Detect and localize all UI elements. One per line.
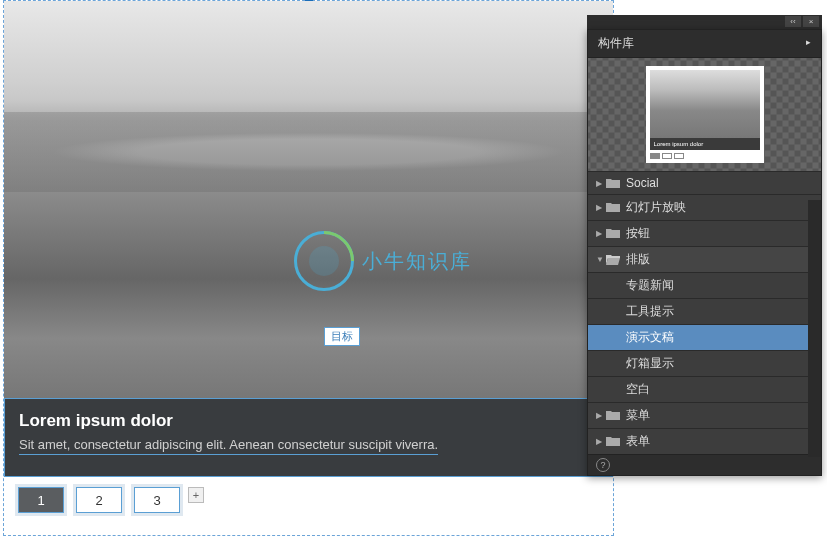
- chevron-right-icon: ▶: [596, 179, 606, 188]
- widget-label: 演示文稿: [626, 329, 674, 346]
- watermark-text: 小牛知识库: [362, 248, 472, 275]
- folder-icon: [606, 202, 620, 213]
- category-label: 菜单: [626, 407, 650, 424]
- design-canvas[interactable]: 小牛知识库 目标 Lorem ipsum dolor Sit amet, con…: [3, 0, 614, 536]
- widget-preview-card[interactable]: Lorem ipsum dolor: [646, 66, 764, 163]
- page-button-1[interactable]: 1: [18, 487, 64, 513]
- category-label: 幻灯片放映: [626, 199, 686, 216]
- category-label: Social: [626, 176, 659, 190]
- caption-text: Sit amet, consectetur adipiscing elit. A…: [19, 437, 438, 455]
- chevron-right-icon: ▶: [596, 203, 606, 212]
- widget-lightbox[interactable]: 灯箱显示: [588, 350, 821, 376]
- widget-preview-area: Lorem ipsum dolor: [588, 58, 821, 171]
- widget-label: 工具提示: [626, 303, 674, 320]
- category-label: 表单: [626, 433, 650, 450]
- caption-box[interactable]: Lorem ipsum dolor Sit amet, consectetur …: [4, 398, 613, 477]
- widget-tooltip[interactable]: 工具提示: [588, 298, 821, 324]
- category-tree: ▶ Social ▶ 幻灯片放映 ▶ 按钮 ▼ 排版 专题新闻 工具提示 演示文…: [588, 171, 821, 454]
- folder-open-icon: [606, 254, 620, 265]
- panel-scrollbar[interactable]: [808, 200, 821, 457]
- preview-pager: [650, 153, 760, 159]
- watermark-logo-icon: [294, 231, 354, 291]
- folder-icon: [606, 436, 620, 447]
- chevron-right-icon: ▶: [596, 229, 606, 238]
- panel-collapse-icon[interactable]: ‹‹: [785, 16, 801, 27]
- panel-footer: ?: [588, 454, 821, 475]
- slide-pager: 1 2 3 +: [4, 477, 613, 523]
- chevron-right-icon: ▶: [596, 437, 606, 446]
- page-button-3[interactable]: 3: [134, 487, 180, 513]
- category-menu[interactable]: ▶ 菜单: [588, 402, 821, 428]
- panel-title[interactable]: 构件库: [588, 30, 821, 58]
- page-button-2[interactable]: 2: [76, 487, 122, 513]
- panel-window-controls: ‹‹ ×: [587, 15, 822, 29]
- preview-thumbnail: [650, 70, 760, 138]
- widget-presentation[interactable]: 演示文稿: [588, 324, 821, 350]
- category-label: 排版: [626, 251, 650, 268]
- category-social[interactable]: ▶ Social: [588, 171, 821, 194]
- category-slideshow[interactable]: ▶ 幻灯片放映: [588, 194, 821, 220]
- panel-close-icon[interactable]: ×: [803, 16, 819, 27]
- watermark: 小牛知识库: [294, 231, 472, 291]
- folder-icon: [606, 410, 620, 421]
- category-buttons[interactable]: ▶ 按钮: [588, 220, 821, 246]
- folder-icon: [606, 228, 620, 239]
- preview-caption: Lorem ipsum dolor: [650, 138, 760, 150]
- caption-title: Lorem ipsum dolor: [19, 411, 598, 431]
- category-label: 按钮: [626, 225, 650, 242]
- help-icon[interactable]: ?: [596, 458, 610, 472]
- widget-label: 灯箱显示: [626, 355, 674, 372]
- add-page-button[interactable]: +: [188, 487, 204, 503]
- widget-label: 专题新闻: [626, 277, 674, 294]
- target-label[interactable]: 目标: [324, 327, 360, 346]
- category-layout[interactable]: ▼ 排版: [588, 246, 821, 272]
- slide-image[interactable]: 小牛知识库 目标: [4, 1, 613, 398]
- chevron-down-icon: ▼: [596, 255, 606, 264]
- widget-feature-news[interactable]: 专题新闻: [588, 272, 821, 298]
- widget-label: 空白: [626, 381, 650, 398]
- widget-library-panel: 构件库 Lorem ipsum dolor ▶ Social ▶ 幻灯片放映 ▶…: [587, 29, 822, 476]
- widget-blank[interactable]: 空白: [588, 376, 821, 402]
- folder-icon: [606, 178, 620, 189]
- category-form[interactable]: ▶ 表单: [588, 428, 821, 454]
- chevron-right-icon: ▶: [596, 411, 606, 420]
